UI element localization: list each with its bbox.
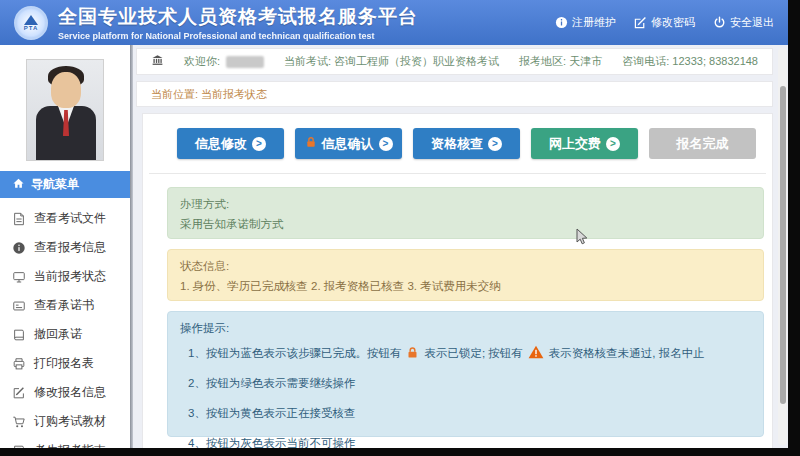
hotline-text: 咨询电话: 12333; 83832148 — [622, 54, 758, 69]
status-box-title: 状态信息: — [180, 259, 751, 274]
sidebar-item-current-status[interactable]: 当前报考状态 — [0, 262, 130, 291]
sidebar-item-candidate-guide[interactable]: 考生报考指南 — [0, 436, 130, 448]
sidebar-item-registration-info[interactable]: 查看报考信息 — [0, 233, 130, 262]
lock-icon — [305, 136, 317, 151]
step-label: 信息确认 — [322, 135, 374, 153]
sidebar-item-withdraw-commitment[interactable]: 撤回承诺 — [0, 320, 130, 349]
tips-line-1: 1、按钮为蓝色表示该步骤已完成。按钮有 表示已锁定; 按钮有 表示资格核查未通过… — [188, 345, 751, 361]
status-box: 状态信息: 1. 身份、学历已完成核查 2. 报考资格已核查 3. 考试费用未交… — [167, 249, 764, 301]
method-box: 办理方式: 采用告知承诺制方式 — [167, 187, 764, 239]
app-subtitle: Service platform for National Profession… — [58, 31, 418, 41]
sidebar-item-label: 订购考试教材 — [34, 413, 106, 430]
status-panel: 信息修改 > 信息确认 > 资格核查 > — [142, 113, 773, 448]
step-qualification-check-button[interactable]: 资格核查 > — [413, 128, 520, 159]
sidebar: 导航菜单 查看考试文件 查看报考信息 当前报考状态 查看承诺书 — [0, 45, 130, 448]
change-password-link[interactable]: 修改密码 — [634, 15, 695, 30]
power-icon — [713, 16, 726, 29]
guide-book-icon — [12, 444, 26, 449]
vertical-scrollbar[interactable] — [778, 48, 787, 445]
pta-logo-text: PTA — [24, 25, 39, 31]
logout-link[interactable]: 安全退出 — [713, 15, 774, 30]
arrow-right-icon: > — [252, 137, 266, 151]
sidebar-item-print-form[interactable]: 打印报名表 — [0, 349, 130, 378]
browser-page: PTA 全国专业技术人员资格考试报名服务平台 Service platform … — [0, 0, 788, 448]
step-label: 报名完成 — [677, 135, 729, 153]
bank-icon — [151, 54, 164, 69]
tips-box-title: 操作提示: — [180, 321, 751, 336]
sidebar-item-label: 当前报考状态 — [34, 268, 106, 285]
card-icon — [12, 299, 26, 313]
info-icon — [12, 241, 26, 255]
home-icon — [12, 177, 25, 193]
nav-header-label: 导航菜单 — [31, 176, 79, 193]
current-exam-text: 当前考试: 咨询工程师（投资）职业资格考试 — [284, 54, 499, 69]
method-box-content: 采用告知承诺制方式 — [180, 217, 751, 232]
exam-region-text: 报考地区: 天津市 — [519, 54, 602, 69]
main-content: 欢迎你: 当前考试: 咨询工程师（投资）职业资格考试 报考地区: 天津市 咨询电… — [133, 45, 775, 448]
sidebar-item-commitment-letter[interactable]: 查看承诺书 — [0, 291, 130, 320]
app-titles: 全国专业技术人员资格考试报名服务平台 Service platform for … — [58, 4, 418, 41]
sidebar-item-label: 查看承诺书 — [34, 297, 94, 314]
sidebar-item-exam-files[interactable]: 查看考试文件 — [0, 204, 130, 233]
sidebar-nav-header: 导航菜单 — [0, 171, 130, 198]
file-icon — [12, 212, 26, 226]
app-title: 全国专业技术人员资格考试报名服务平台 — [58, 4, 418, 30]
sidebar-item-modify-info[interactable]: 修改报名信息 — [0, 378, 130, 407]
screen: PTA 全国专业技术人员资格考试报名服务平台 Service platform … — [0, 0, 800, 456]
app-header: PTA 全国专业技术人员资格考试报名服务平台 Service platform … — [0, 0, 788, 45]
step-label: 信息修改 — [195, 135, 247, 153]
tips-line-3: 3、按钮为黄色表示正在接受核查 — [188, 406, 751, 421]
register-maintain-label: 注册维护 — [572, 15, 616, 30]
tips-line-4: 4、按钮为灰色表示当前不可操作 — [188, 436, 751, 448]
step-registration-complete-button: 报名完成 — [649, 128, 756, 159]
step-modify-info-button[interactable]: 信息修改 > — [177, 128, 284, 159]
sidebar-item-label: 查看报考信息 — [34, 239, 106, 256]
status-box-content: 1. 身份、学历已完成核查 2. 报考资格已核查 3. 考试费用未交纳 — [180, 279, 751, 294]
arrow-right-icon: > — [379, 137, 393, 151]
arrow-right-icon: > — [606, 137, 620, 151]
printer-icon — [12, 357, 26, 371]
sidebar-item-order-materials[interactable]: 订购考试教材 — [0, 407, 130, 436]
sidebar-item-label: 修改报名信息 — [34, 384, 106, 401]
sidebar-item-label: 查看考试文件 — [34, 210, 106, 227]
warning-icon — [528, 345, 544, 361]
header-links: 注册维护 修改密码 安全退出 — [555, 15, 774, 30]
pta-logo-icon: PTA — [14, 6, 48, 40]
register-maintain-link[interactable]: 注册维护 — [555, 15, 616, 30]
breadcrumb-text: 当前位置: 当前报考状态 — [151, 87, 267, 102]
edit-icon — [634, 16, 647, 29]
sidebar-menu: 查看考试文件 查看报考信息 当前报考状态 查看承诺书 撤回承诺 — [0, 198, 130, 448]
sidebar-item-label: 撤回承诺 — [34, 326, 82, 343]
tips-line-2: 2、按钮为绿色表示需要继续操作 — [188, 376, 751, 391]
candidate-name-redacted — [226, 56, 264, 68]
sidebar-item-label: 打印报名表 — [34, 355, 94, 372]
scrollbar-thumb[interactable] — [780, 86, 786, 404]
logout-label: 安全退出 — [730, 15, 774, 30]
panel-divider — [149, 173, 766, 174]
arrow-right-icon: > — [488, 137, 502, 151]
step-label: 资格核查 — [431, 135, 483, 153]
change-password-label: 修改密码 — [651, 15, 695, 30]
step-online-payment-button[interactable]: 网上交费 > — [531, 128, 638, 159]
welcome-label: 欢迎你: — [184, 54, 220, 69]
step-confirm-info-button[interactable]: 信息确认 > — [295, 128, 402, 159]
info-circle-icon — [555, 16, 568, 29]
welcome-bar: 欢迎你: 当前考试: 咨询工程师（投资）职业资格考试 报考地区: 天津市 咨询电… — [136, 48, 773, 75]
step-buttons: 信息修改 > 信息确认 > 资格核查 > — [167, 126, 766, 173]
step-label: 网上交费 — [549, 135, 601, 153]
candidate-photo — [26, 59, 104, 161]
method-box-title: 办理方式: — [180, 197, 751, 212]
tips-box: 操作提示: 1、按钮为蓝色表示该步骤已完成。按钮有 表示已锁定; 按钮有 表示资… — [167, 311, 764, 437]
sidebar-item-label: 考生报考指南 — [34, 442, 106, 448]
monitor-icon — [12, 270, 26, 284]
breadcrumb: 当前位置: 当前报考状态 — [136, 81, 773, 107]
lock-icon — [406, 346, 419, 361]
book-icon — [12, 328, 26, 342]
cart-icon — [12, 415, 26, 429]
edit-square-icon — [12, 386, 26, 400]
